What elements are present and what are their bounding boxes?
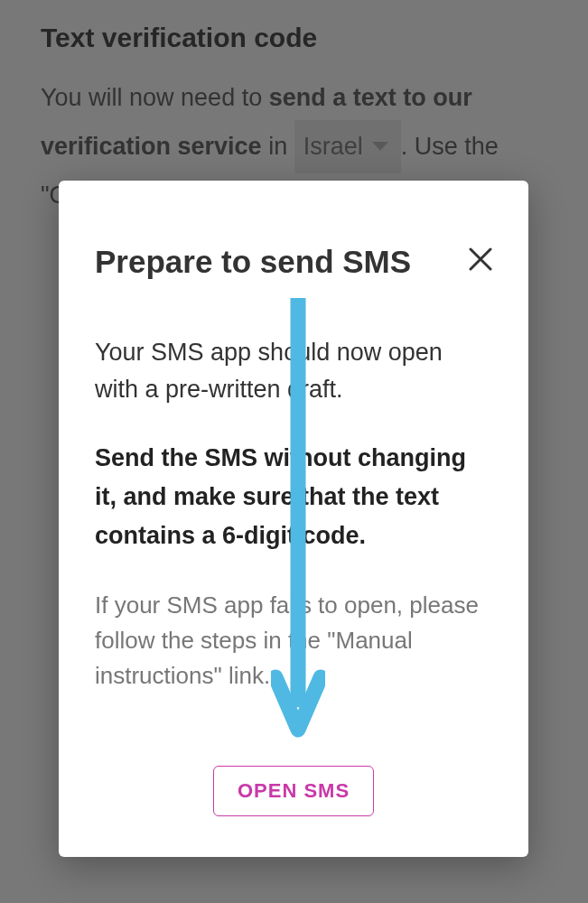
- prepare-sms-modal: Prepare to send SMS Your SMS app should …: [59, 181, 528, 857]
- modal-text-instruction: Send the SMS without changing it, and ma…: [95, 439, 492, 556]
- close-button[interactable]: [469, 247, 492, 275]
- open-sms-button[interactable]: OPEN SMS: [213, 766, 374, 816]
- close-icon: [469, 247, 492, 271]
- modal-text-intro: Your SMS app should now open with a pre-…: [95, 334, 492, 407]
- modal-text-hint: If your SMS app fails to open, please fo…: [95, 588, 492, 694]
- modal-title: Prepare to send SMS: [95, 244, 492, 280]
